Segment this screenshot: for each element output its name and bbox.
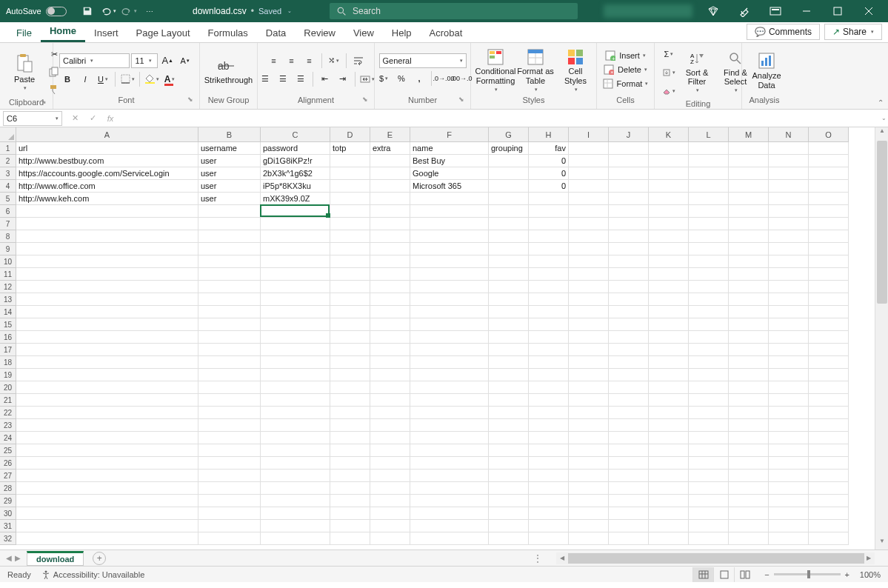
cell[interactable] xyxy=(16,218,198,230)
cell[interactable] xyxy=(370,180,410,193)
cell[interactable] xyxy=(261,243,330,255)
cell[interactable] xyxy=(261,218,330,230)
ribbon-display-icon[interactable] xyxy=(761,0,790,22)
cell[interactable] xyxy=(529,281,569,293)
cell[interactable] xyxy=(769,180,809,193)
cell[interactable] xyxy=(809,142,849,155)
comma-format-icon[interactable]: , xyxy=(411,70,427,87)
tab-page-layout[interactable]: Page Layout xyxy=(127,24,199,42)
cell[interactable]: mXK39x9.0Z xyxy=(261,193,330,205)
cell[interactable] xyxy=(16,419,198,432)
cell[interactable] xyxy=(769,381,809,394)
cell[interactable] xyxy=(261,356,330,369)
cell[interactable] xyxy=(609,193,649,205)
row-header[interactable]: 27 xyxy=(0,470,16,482)
cell[interactable] xyxy=(529,470,569,482)
cell[interactable] xyxy=(370,394,410,407)
cell[interactable] xyxy=(729,394,769,407)
align-right-icon[interactable]: ☰ xyxy=(293,71,309,87)
cell[interactable] xyxy=(410,230,489,243)
cell[interactable] xyxy=(569,520,609,532)
sheet-nav-next-icon[interactable]: ▶ xyxy=(15,554,21,562)
cell[interactable] xyxy=(489,369,529,381)
cell[interactable] xyxy=(529,482,569,495)
cell[interactable] xyxy=(198,369,261,381)
cell[interactable] xyxy=(261,331,330,344)
cell[interactable] xyxy=(569,218,609,230)
cell[interactable] xyxy=(529,419,569,432)
cell[interactable] xyxy=(569,193,609,205)
cell[interactable] xyxy=(198,520,261,532)
cell[interactable] xyxy=(330,419,370,432)
cell[interactable] xyxy=(729,281,769,293)
cell[interactable] xyxy=(769,205,809,218)
cell[interactable] xyxy=(16,444,198,457)
cell[interactable] xyxy=(769,532,809,545)
cell[interactable] xyxy=(769,331,809,344)
cell[interactable] xyxy=(729,520,769,532)
cell[interactable] xyxy=(689,407,729,419)
cell[interactable] xyxy=(569,293,609,306)
row-header[interactable]: 25 xyxy=(0,444,16,457)
cell[interactable] xyxy=(198,306,261,318)
cell[interactable] xyxy=(529,507,569,520)
cell[interactable] xyxy=(370,369,410,381)
cell[interactable] xyxy=(330,432,370,444)
cell[interactable] xyxy=(689,205,729,218)
column-header[interactable]: K xyxy=(649,127,689,142)
cell[interactable] xyxy=(569,495,609,507)
cell[interactable] xyxy=(261,532,330,545)
cell[interactable] xyxy=(370,482,410,495)
cell[interactable] xyxy=(410,369,489,381)
cell[interactable] xyxy=(370,419,410,432)
cell[interactable] xyxy=(609,268,649,281)
cell[interactable] xyxy=(809,432,849,444)
cell[interactable] xyxy=(689,482,729,495)
row-header[interactable]: 10 xyxy=(0,255,16,268)
customize-qat-icon[interactable]: ⋯ xyxy=(141,2,158,20)
cell[interactable] xyxy=(198,230,261,243)
cell[interactable] xyxy=(809,381,849,394)
cell[interactable]: 0 xyxy=(529,167,569,180)
scroll-down-icon[interactable]: ▼ xyxy=(875,538,888,549)
row-header[interactable]: 23 xyxy=(0,419,16,432)
spreadsheet-grid[interactable]: ABCDEFGHIJKLMNO 123456789101112131415161… xyxy=(0,127,888,549)
cell[interactable] xyxy=(689,167,729,180)
cell[interactable] xyxy=(261,344,330,356)
cell[interactable] xyxy=(370,243,410,255)
row-header[interactable]: 13 xyxy=(0,293,16,306)
enter-formula-icon[interactable]: ✓ xyxy=(84,110,101,127)
cell[interactable] xyxy=(649,293,689,306)
cell[interactable] xyxy=(261,407,330,419)
cell[interactable] xyxy=(769,306,809,318)
cell[interactable] xyxy=(330,482,370,495)
row-header[interactable]: 8 xyxy=(0,230,16,243)
cell[interactable] xyxy=(489,432,529,444)
cell[interactable] xyxy=(529,495,569,507)
cell[interactable] xyxy=(769,268,809,281)
cell[interactable] xyxy=(769,167,809,180)
cell[interactable] xyxy=(569,255,609,268)
cell[interactable] xyxy=(769,255,809,268)
cell[interactable] xyxy=(649,344,689,356)
cell[interactable] xyxy=(649,470,689,482)
cell[interactable] xyxy=(569,532,609,545)
row-header[interactable]: 18 xyxy=(0,356,16,369)
cell[interactable] xyxy=(609,205,649,218)
cell[interactable] xyxy=(261,230,330,243)
cell[interactable] xyxy=(370,167,410,180)
cell[interactable] xyxy=(410,281,489,293)
cell[interactable] xyxy=(370,495,410,507)
maximize-button[interactable] xyxy=(823,0,852,22)
cell[interactable] xyxy=(198,444,261,457)
cell[interactable] xyxy=(261,419,330,432)
cell[interactable] xyxy=(261,394,330,407)
cell[interactable] xyxy=(330,381,370,394)
cell[interactable] xyxy=(649,457,689,470)
align-center-icon[interactable]: ☰ xyxy=(275,71,291,87)
cell[interactable] xyxy=(198,381,261,394)
cell[interactable] xyxy=(769,155,809,167)
cell[interactable] xyxy=(809,281,849,293)
cell[interactable] xyxy=(809,457,849,470)
cell[interactable] xyxy=(609,293,649,306)
